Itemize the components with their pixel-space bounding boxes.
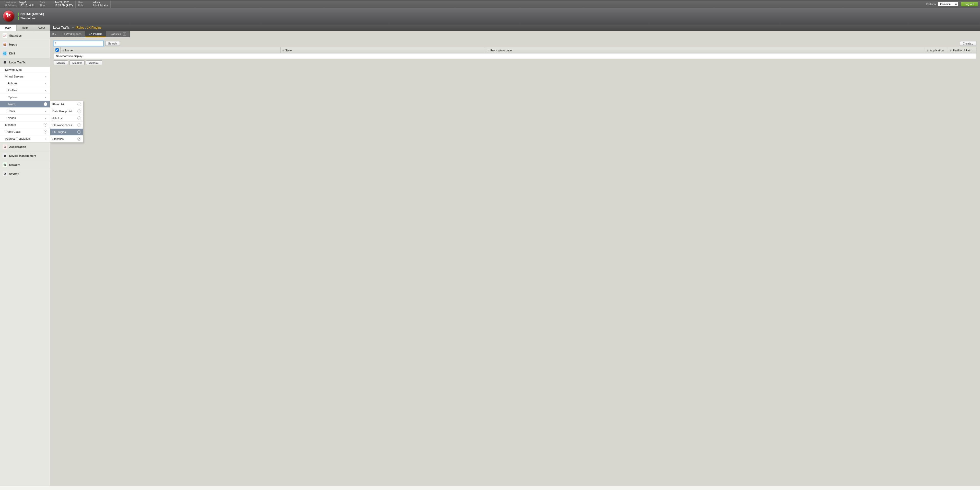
lt-sub-label: Virtual Servers [5, 75, 24, 78]
lt-sub-label: Ciphers [8, 96, 18, 99]
lt-sub-monitors[interactable]: Monitors+ [0, 121, 50, 128]
brand-banner: ONLINE (ACTIVE) Standalone [0, 8, 980, 24]
gauge-icon: ⏱ [3, 145, 7, 149]
add-icon[interactable]: + [77, 109, 81, 113]
nav-dns[interactable]: 🌐DNS [0, 49, 50, 58]
user-value: admin [93, 1, 100, 4]
sidebar-tab-about[interactable]: About [33, 24, 50, 31]
nav-device-management-label: Device Management [9, 154, 36, 157]
create-button[interactable]: Create... [960, 41, 977, 46]
partition-select[interactable]: Common [938, 2, 958, 6]
breadcrumb-page: iRules : LX Plugins [76, 26, 102, 29]
lt-sub-nodes[interactable]: Nodes [0, 115, 50, 121]
empty-row: No records to display. [54, 53, 977, 59]
tab-statistics[interactable]: Statistics↗ [106, 31, 130, 37]
time-value: 12:15 AM (PST) [54, 4, 73, 7]
nav-system-label: System [9, 172, 19, 175]
partition-label: Partition: [926, 3, 936, 6]
chart-icon: 📈 [3, 33, 7, 38]
sidebar-tab-main[interactable]: Main [0, 25, 17, 31]
col-from-workspace[interactable]: From Workspace [486, 47, 925, 53]
disable-button[interactable]: Disable [70, 61, 84, 65]
lt-sub-label: Policies [8, 82, 18, 85]
module-options-button[interactable]: ✿▾ [50, 31, 58, 37]
nav-dns-label: DNS [9, 52, 15, 55]
lt-sub-policies[interactable]: Policies [0, 80, 50, 87]
lt-sub-traffic-class[interactable]: Traffic Class+ [0, 128, 50, 135]
logout-button[interactable]: Log out [961, 2, 978, 6]
lt-sub-virtual-servers[interactable]: Virtual Servers [0, 73, 50, 80]
lt-sub-label: Network Map [5, 68, 22, 71]
flyout-item-label: Data Group List [52, 110, 72, 113]
flyout-ifile-list[interactable]: iFile List+ [50, 115, 83, 122]
globe-icon: 🌐 [3, 51, 7, 56]
lt-sub-irules[interactable]: iRules [0, 101, 50, 108]
lt-sub-network-map[interactable]: Network Map [0, 67, 50, 73]
col-application[interactable]: Application [925, 47, 948, 53]
ha-mode: Standalone [21, 17, 35, 20]
lt-sub-label: Monitors [5, 123, 16, 126]
user-cell: Useradmin RoleAdministrator [76, 0, 111, 8]
lt-sub-label: Address Translation [5, 137, 30, 140]
flyout-lx-plugins[interactable]: LX Plugins+ [50, 129, 83, 136]
gear-icon: ✿ [52, 32, 54, 36]
nav-statistics-label: Statistics [9, 34, 22, 37]
datetime-cell: DateJan 22, 2020 Time12:15 AM (PST) [37, 0, 75, 8]
lt-sub-pools[interactable]: Pools [0, 108, 50, 115]
external-link-icon: ↗ [123, 32, 126, 35]
nav-network[interactable]: 🔌Network [0, 160, 50, 169]
flyout-statistics[interactable]: Statistics↗ [50, 136, 83, 142]
add-icon[interactable]: + [77, 117, 81, 120]
add-icon[interactable]: + [44, 123, 47, 126]
nav-iapps-label: iApps [9, 43, 17, 46]
status-pip-icon [18, 13, 19, 16]
enable-button[interactable]: Enable [54, 61, 68, 65]
servers-icon: ☰ [3, 60, 7, 65]
chevron-right-icon [44, 109, 47, 113]
role-value: Administrator [93, 4, 108, 7]
lt-sub-ciphers[interactable]: Ciphers [0, 94, 50, 101]
nav-statistics[interactable]: 📈Statistics [0, 31, 50, 40]
date-label: Date [40, 1, 53, 4]
sidebar: Main Help About 📈Statistics 📦iApps 🌐DNS … [0, 24, 50, 490]
time-label: Time [40, 4, 53, 7]
add-icon[interactable]: + [44, 130, 47, 134]
flyout-data-group-list[interactable]: Data Group List+ [50, 108, 83, 115]
flyout-item-label: Statistics [52, 137, 64, 140]
nav-iapps[interactable]: 📦iApps [0, 40, 50, 49]
delete-button[interactable]: Delete... [86, 61, 102, 65]
chevron-down-icon: ▾ [55, 33, 56, 35]
tab-lx-workspaces[interactable]: LX Workspaces [58, 31, 85, 37]
lt-sub-profiles[interactable]: Profiles [0, 87, 50, 94]
nav-acceleration[interactable]: ⏱Acceleration [0, 142, 50, 151]
add-icon[interactable]: + [77, 130, 81, 134]
flyout-item-label: iFile List [52, 117, 63, 120]
nav-device-management[interactable]: 🖥Device Management [0, 152, 50, 160]
lt-sub-address-translation[interactable]: Address Translation [0, 135, 50, 142]
date-value: Jan 22, 2020 [54, 1, 69, 4]
search-input[interactable] [54, 41, 104, 46]
role-label: Role [78, 4, 91, 7]
nav-local-traffic[interactable]: ☰Local Traffic [0, 58, 50, 67]
sidebar-tab-help[interactable]: Help [17, 24, 33, 31]
flyout-irule-list[interactable]: iRule List+ [50, 101, 83, 108]
breadcrumb-separator-icon: ›› [72, 26, 73, 29]
nav-local-traffic-label: Local Traffic [9, 61, 26, 64]
search-button[interactable]: Search [105, 41, 120, 46]
add-icon[interactable]: + [77, 102, 81, 106]
col-state[interactable]: State [280, 47, 486, 53]
network-icon: 🔌 [3, 163, 7, 167]
nav-network-label: Network [9, 163, 20, 166]
add-icon[interactable]: + [77, 123, 81, 127]
col-partition[interactable]: Partition / Path [948, 47, 977, 53]
tab-lx-plugins[interactable]: LX Plugins [85, 31, 106, 37]
col-name[interactable]: Name [60, 47, 280, 53]
breadcrumb-section[interactable]: Local Traffic [53, 26, 70, 29]
nav-acceleration-label: Acceleration [9, 145, 26, 148]
gear-icon: ⚙ [3, 171, 7, 176]
chevron-right-icon [44, 81, 47, 85]
nav-system[interactable]: ⚙System [0, 169, 50, 178]
flyout-lx-workspaces[interactable]: LX Workspaces+ [50, 122, 83, 129]
flyout-item-label: LX Plugins [52, 131, 66, 134]
select-all-checkbox[interactable] [56, 48, 59, 52]
